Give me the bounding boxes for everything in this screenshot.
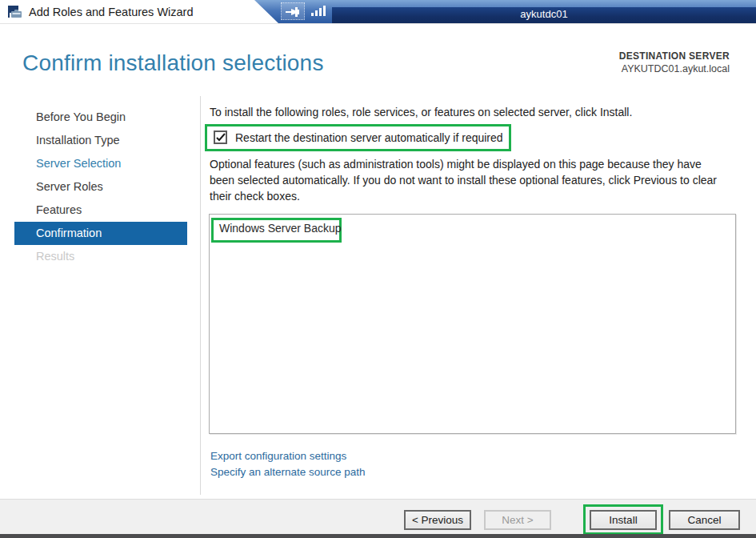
rdp-pin-button[interactable] bbox=[281, 2, 305, 20]
sidebar-item-features[interactable]: Features bbox=[14, 199, 187, 222]
wizard-footer: < Previous Next > Install Cancel bbox=[0, 499, 756, 534]
checkmark-icon bbox=[216, 133, 226, 142]
sidebar-item-results: Results bbox=[14, 245, 187, 268]
restart-checkbox-row: Restart the destination server automatic… bbox=[214, 130, 503, 144]
cancel-button[interactable]: Cancel bbox=[669, 510, 740, 530]
destination-server-label: DESTINATION SERVER bbox=[619, 50, 730, 62]
sidebar-item-server-selection[interactable]: Server Selection bbox=[14, 152, 187, 175]
note-line: their check boxes. bbox=[210, 188, 746, 204]
restart-checkbox[interactable] bbox=[214, 130, 227, 144]
sidebar-item-before-you-begin[interactable]: Before You Begin bbox=[14, 106, 187, 129]
annotation-box-restart-checkbox: Restart the destination server automatic… bbox=[205, 124, 511, 151]
destination-server-block: DESTINATION SERVER AYKUTDC01.aykut.local bbox=[619, 50, 730, 74]
next-button: Next > bbox=[484, 510, 551, 530]
signal-strength-icon bbox=[311, 5, 327, 18]
server-manager-icon bbox=[6, 5, 23, 20]
intro-text: To install the following roles, role ser… bbox=[210, 106, 738, 118]
previous-button[interactable]: < Previous bbox=[404, 510, 471, 530]
rdp-connection-bar: aykutdc01 bbox=[254, 0, 756, 23]
pin-icon bbox=[286, 6, 302, 18]
sidebar-item-server-roles[interactable]: Server Roles bbox=[14, 175, 187, 199]
wizard-steps-sidebar: Before You Begin Installation Type Serve… bbox=[14, 106, 187, 268]
alternate-source-path-link[interactable]: Specify an alternate source path bbox=[210, 466, 366, 478]
sidebar-divider bbox=[200, 96, 201, 495]
export-configuration-link[interactable]: Export configuration settings bbox=[210, 450, 366, 462]
selected-features-list[interactable]: Windows Server Backup bbox=[209, 214, 736, 434]
sidebar-item-installation-type[interactable]: Installation Type bbox=[14, 129, 187, 152]
window-title: Add Roles and Features Wizard bbox=[29, 0, 194, 24]
window-bottom-edge bbox=[0, 534, 756, 538]
install-button[interactable]: Install bbox=[590, 510, 657, 530]
restart-checkbox-label: Restart the destination server automatic… bbox=[235, 131, 503, 144]
annotation-box-windows-server-backup: Windows Server Backup bbox=[211, 218, 342, 243]
page-title: Confirm installation selections bbox=[22, 50, 324, 76]
rdp-machine-name: aykutdc01 bbox=[332, 8, 756, 20]
sidebar-item-confirmation[interactable]: Confirmation bbox=[14, 222, 187, 245]
destination-server-name: AYKUTDC01.aykut.local bbox=[619, 63, 730, 74]
add-roles-features-wizard-window: Add Roles and Features Wizard aykutdc01 … bbox=[0, 0, 756, 538]
list-item-windows-server-backup[interactable]: Windows Server Backup bbox=[219, 222, 342, 235]
configuration-links: Export configuration settings Specify an… bbox=[210, 450, 366, 482]
optional-features-note: Optional features (such as administratio… bbox=[210, 156, 746, 204]
rdp-bar-band: aykutdc01 bbox=[332, 7, 756, 23]
note-line: been selected automatically. If you do n… bbox=[210, 172, 746, 188]
note-line: Optional features (such as administratio… bbox=[210, 156, 746, 172]
